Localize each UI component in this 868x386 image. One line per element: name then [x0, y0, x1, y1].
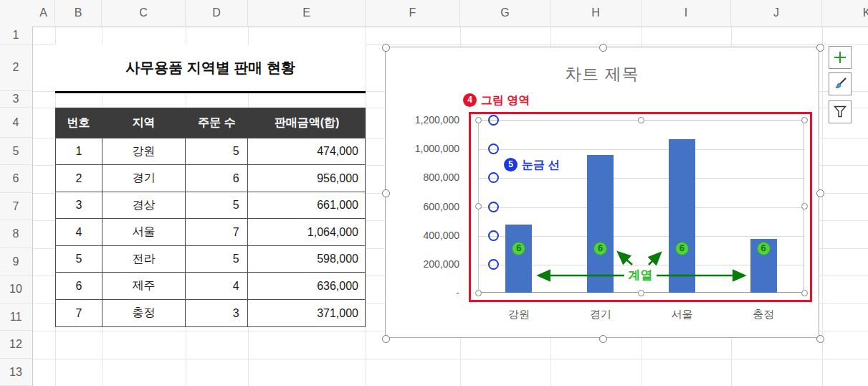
table-cell[interactable]: 6: [56, 273, 102, 299]
table-cell[interactable]: 1,064,000: [248, 219, 365, 245]
table-cell[interactable]: 서울: [102, 219, 186, 245]
row-header-5[interactable]: 5: [0, 138, 32, 165]
table-row[interactable]: 6제주4636,000: [56, 273, 365, 300]
table-cell[interactable]: 5: [186, 246, 248, 272]
table-cell[interactable]: 2: [56, 165, 102, 192]
row-header-7[interactable]: 7: [0, 193, 32, 220]
row-header-11[interactable]: 11: [0, 303, 32, 331]
plot-area-selection-handle[interactable]: [638, 117, 644, 123]
table-cell[interactable]: 3: [186, 300, 248, 326]
plot-area-selection-handle[interactable]: [801, 117, 808, 123]
series-point-badge: 6: [757, 242, 771, 255]
chart-selection-handle[interactable]: [599, 44, 607, 52]
table-cell[interactable]: 경기: [102, 165, 186, 192]
x-axis-category-label: 경기: [572, 306, 629, 322]
table-cell[interactable]: 6: [186, 165, 248, 192]
table-row[interactable]: 2경기6956,000: [56, 165, 365, 192]
column-header-F[interactable]: F: [366, 0, 460, 26]
table-cell[interactable]: 5: [186, 192, 248, 218]
chart-object[interactable]: 차트 제목 4 그림 영역 5 눈금 선 계열 1,200,0001,000,0…: [385, 47, 819, 338]
table-cell[interactable]: 1: [56, 138, 102, 164]
table-row[interactable]: 1강원5474,000: [56, 138, 365, 165]
bar-경기[interactable]: [587, 155, 614, 293]
row-header-9[interactable]: 9: [0, 248, 32, 276]
row-header-12[interactable]: 12: [0, 331, 32, 359]
bar-강원[interactable]: [505, 225, 532, 293]
plot-area-selection-handle[interactable]: [475, 290, 482, 296]
row-header-13[interactable]: 13: [0, 359, 32, 386]
table-cell[interactable]: 충정: [102, 300, 186, 326]
chart-selection-handle[interactable]: [816, 335, 824, 343]
column-header-G[interactable]: G: [460, 0, 550, 26]
table-body[interactable]: 1강원5474,0002경기6956,0003경상5661,0004서울71,0…: [55, 138, 366, 327]
column-header-K[interactable]: K: [822, 0, 868, 26]
column-header-C[interactable]: C: [102, 0, 186, 26]
bar-서울[interactable]: [669, 139, 695, 293]
column-header-A[interactable]: A: [32, 0, 55, 26]
row-header-4[interactable]: 4: [0, 108, 32, 138]
table-cell[interactable]: 7: [56, 300, 102, 326]
chart-selection-handle[interactable]: [382, 44, 390, 52]
table-row[interactable]: 4서울71,064,000: [56, 219, 365, 246]
gridline-annotation-circle: [488, 259, 499, 270]
y-axis-tick-label: 1,000,000: [391, 142, 459, 155]
chart-filters-button[interactable]: [829, 100, 852, 123]
chart-gridline: [479, 149, 803, 150]
column-header-H[interactable]: H: [550, 0, 642, 26]
row-header-2[interactable]: 2: [0, 44, 32, 91]
column-header-E[interactable]: E: [248, 0, 366, 26]
column-header-J[interactable]: J: [731, 0, 822, 26]
table-row[interactable]: 5전라5598,000: [56, 246, 365, 273]
series-point-badge: 6: [593, 242, 607, 255]
plot-area-selection-handle[interactable]: [638, 290, 644, 296]
table-cell[interactable]: 제주: [102, 273, 186, 299]
table-cell[interactable]: 474,000: [248, 138, 365, 164]
chart-elements-button[interactable]: [829, 46, 852, 69]
chart-selection-handle[interactable]: [382, 189, 390, 197]
table-cell[interactable]: 636,000: [248, 273, 365, 299]
spreadsheet[interactable]: ABCDEFGHIJK 12345678910111213 사무용품 지역별 판…: [0, 0, 868, 386]
plot-area-selection-handle[interactable]: [801, 203, 808, 210]
paintbrush-icon: [832, 76, 848, 92]
table-cell[interactable]: 371,000: [248, 300, 365, 326]
row-header-3[interactable]: 3: [0, 91, 32, 108]
row-header-6[interactable]: 6: [0, 165, 32, 193]
table-cell[interactable]: 661,000: [248, 192, 365, 218]
y-axis-tick-label: 800,000: [391, 171, 459, 184]
y-axis-tick-label: 1,200,000: [391, 113, 459, 126]
plot-area-selection-handle[interactable]: [801, 290, 808, 296]
row-header-1[interactable]: 1: [0, 27, 32, 44]
chart-selection-handle[interactable]: [382, 335, 390, 343]
chart-selection-handle[interactable]: [816, 44, 824, 52]
column-header-strip: ABCDEFGHIJK: [0, 0, 868, 27]
table-cell[interactable]: 전라: [102, 246, 186, 272]
table-cell[interactable]: 강원: [102, 138, 186, 164]
series-point-badge: 6: [675, 242, 689, 255]
table-cell[interactable]: 5: [186, 138, 248, 164]
table-row[interactable]: 3경상5661,000: [56, 192, 365, 219]
column-header-B[interactable]: B: [55, 0, 102, 26]
table-header-row[interactable]: 번호지역주문 수판매금액(합): [55, 108, 366, 138]
table-cell[interactable]: 4: [56, 219, 102, 245]
row-header-10[interactable]: 10: [0, 276, 32, 303]
table-cell[interactable]: 956,000: [248, 165, 365, 192]
chart-styles-button[interactable]: [829, 72, 852, 95]
y-axis-tick-label: 600,000: [391, 200, 459, 213]
table-title: 사무용품 지역별 판매 현황: [55, 44, 366, 93]
chart-selection-handle[interactable]: [599, 335, 607, 343]
plot-area-selection-handle[interactable]: [475, 203, 482, 210]
chart-selection-handle[interactable]: [816, 189, 824, 197]
chart-title[interactable]: 차트 제목: [386, 63, 819, 85]
table-cell[interactable]: 경상: [102, 192, 186, 218]
column-header-I[interactable]: I: [642, 0, 731, 26]
table-column-header: 판매금액(합): [248, 116, 366, 131]
row-header-8[interactable]: 8: [0, 220, 32, 248]
table-cell[interactable]: 4: [186, 273, 248, 299]
table-row[interactable]: 7충정3371,000: [56, 300, 365, 326]
table-cell[interactable]: 5: [56, 246, 102, 272]
table-cell[interactable]: 3: [56, 192, 102, 218]
table-cell[interactable]: 7: [186, 219, 248, 245]
table-cell[interactable]: 598,000: [248, 246, 365, 272]
plot-area-selection-handle[interactable]: [475, 117, 482, 123]
column-header-D[interactable]: D: [186, 0, 248, 26]
